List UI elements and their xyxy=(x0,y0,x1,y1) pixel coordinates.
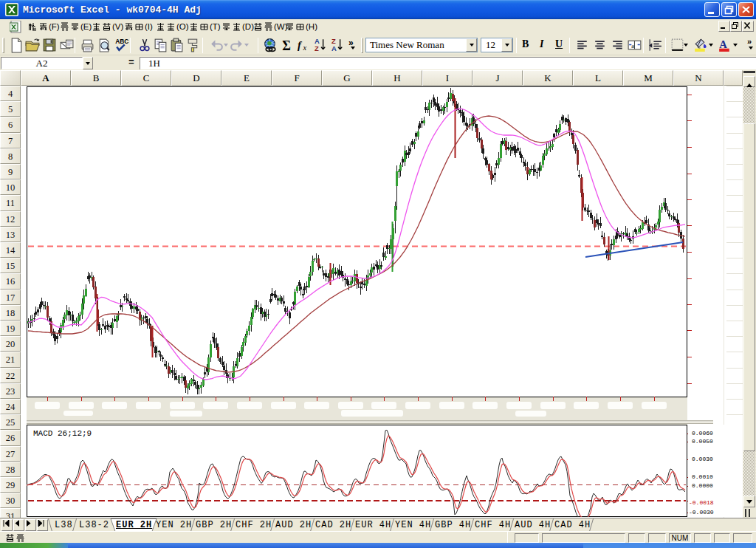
svg-text:MACD 26;12;9: MACD 26;12;9 xyxy=(33,429,92,438)
